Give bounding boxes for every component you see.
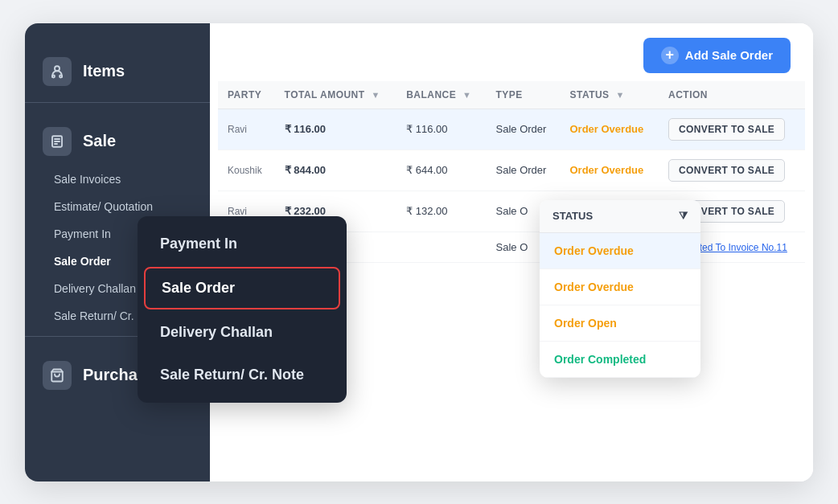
table-header-row: PARTY TOTAL AMOUNT ▼ BALANCE ▼ TYPE: [218, 81, 805, 109]
app-container: Items Sale Sale Invoices Estimate/ Quota…: [25, 23, 813, 481]
col-type: TYPE: [487, 81, 561, 109]
status-filter-funnel-icon[interactable]: ⧩: [679, 210, 688, 223]
balance-cell: ₹ 116.00: [396, 109, 486, 150]
total-amount-cell: ₹ 116.00: [275, 109, 397, 150]
svg-point-2: [60, 75, 62, 77]
status-cell: Order Overdue: [561, 150, 659, 191]
sidebar-section-items: Items: [25, 39, 210, 96]
nav-dropdown-menu: Payment In Sale Order Delivery Challan S…: [138, 216, 347, 403]
status-filter-header: STATUS ⧩: [540, 200, 700, 233]
convert-to-sale-button-1[interactable]: CONVERT TO SALE: [668, 118, 785, 141]
table-row: Koushik ₹ 844.00 ₹ 644.00 Sale Order Ord: [218, 150, 805, 191]
party-cell: Ravi: [218, 109, 275, 150]
col-party: PARTY: [218, 81, 275, 109]
dropdown-item-delivery-challan[interactable]: Delivery Challan: [138, 311, 347, 354]
svg-point-1: [52, 75, 55, 77]
convert-to-sale-button-2[interactable]: CONVERT TO SALE: [668, 159, 785, 182]
balance-filter-icon[interactable]: ▼: [462, 90, 471, 100]
total-amount-cell: ₹ 844.00: [275, 150, 397, 191]
dropdown-item-sale-return-cr-note[interactable]: Sale Return/ Cr. Note: [138, 354, 347, 396]
status-filter-option-completed[interactable]: Order Completed: [540, 342, 700, 378]
status-filter-option-overdue-1[interactable]: Order Overdue: [540, 233, 700, 269]
sale-icon: [43, 127, 72, 156]
col-status: STATUS ▼: [561, 81, 659, 109]
dropdown-item-sale-order[interactable]: Sale Order: [144, 267, 340, 309]
sidebar-item-sale[interactable]: Sale: [25, 117, 210, 166]
table-row: Ravi ₹ 116.00 ₹ 116.00 Sale Order Order: [218, 109, 805, 150]
party-cell: Koushik: [218, 150, 275, 191]
col-balance: BALANCE ▼: [396, 81, 486, 109]
add-sale-order-button[interactable]: + Add Sale Order: [643, 38, 791, 73]
sidebar-item-sale-invoices[interactable]: Sale Invoices: [25, 166, 210, 193]
status-filter-dropdown: STATUS ⧩ Order Overdue Order Overdue Ord…: [540, 200, 700, 378]
action-cell: CONVERT TO SALE: [659, 109, 805, 150]
status-filter-title: STATUS: [553, 210, 593, 222]
dropdown-item-payment-in[interactable]: Payment In: [138, 223, 347, 265]
add-button-label: Add Sale Order: [685, 48, 773, 62]
status-cell: Order Overdue: [561, 109, 659, 150]
type-cell: Sale Order: [487, 150, 561, 191]
status-filter-icon[interactable]: ▼: [615, 90, 624, 100]
plus-icon: +: [661, 47, 679, 64]
sidebar-sale-label: Sale: [83, 132, 116, 150]
balance-cell: ₹ 132.00: [396, 191, 486, 232]
items-icon: [43, 57, 72, 86]
main-header: + Add Sale Order: [210, 23, 813, 81]
col-action: ACTION: [659, 81, 805, 109]
total-amount-filter-icon[interactable]: ▼: [371, 90, 380, 100]
balance-cell: [396, 232, 486, 262]
action-cell: CONVERT TO SALE: [659, 150, 805, 191]
col-total-amount: TOTAL AMOUNT ▼: [275, 81, 397, 109]
balance-cell: ₹ 644.00: [396, 150, 486, 191]
divider-1: [25, 102, 210, 103]
status-filter-option-overdue-2[interactable]: Order Overdue: [540, 269, 700, 305]
sidebar-items-label: Items: [83, 62, 125, 80]
type-cell: Sale Order: [487, 109, 561, 150]
sidebar-item-items[interactable]: Items: [25, 47, 210, 96]
purchase-icon: [43, 361, 72, 390]
status-filter-option-open[interactable]: Order Open: [540, 305, 700, 342]
